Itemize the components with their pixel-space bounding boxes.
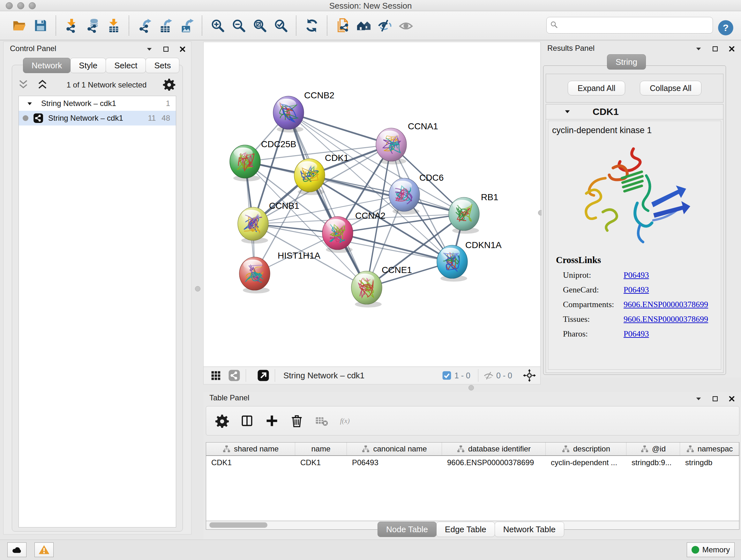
crosslink-label: GeneCard: [563,285,623,295]
network-node-CCNE1[interactable] [351,271,382,307]
network-node-CCNB1[interactable] [238,207,268,244]
column-header-canonical-name[interactable]: canonical name [347,442,442,455]
network-node-RB1[interactable] [449,197,479,234]
eye-crossed-button[interactable] [374,15,395,36]
column-header-shared-name[interactable]: shared name [206,442,295,455]
panel-float-icon[interactable] [162,45,170,53]
panel-float-icon[interactable] [711,395,719,403]
delete-column-icon[interactable] [288,412,306,430]
crosslink-link[interactable]: 9606.ENSP00000378699 [623,314,708,324]
tab-sets[interactable]: Sets [145,58,179,73]
column-label: name [311,444,330,453]
import-database-button[interactable] [82,15,103,36]
tab-node-table[interactable]: Node Table [378,522,436,537]
collapse-all-button[interactable]: Collapse All [640,81,701,96]
network-options-gear-icon[interactable] [163,78,177,92]
network-collection-row[interactable]: String Network – cdk1 1 [19,96,176,111]
network-node-CDK1[interactable] [294,159,325,195]
crosslink-link[interactable]: 9606.ENSP00000378699 [623,300,708,309]
table-toolbar: f(x) [206,406,739,435]
network-node-CCNB2[interactable] [273,96,304,132]
current-network-name: String Network – cdk1 [283,371,442,381]
panel-collapse-icon[interactable] [694,45,703,53]
import-table-button[interactable] [103,15,124,36]
network-node-CDKN1A[interactable] [437,245,468,282]
tab-network[interactable]: Network [23,58,71,73]
column-header-name[interactable]: name [295,442,347,455]
help-button[interactable]: ? [718,19,734,36]
import-network-button[interactable] [61,15,82,36]
open-folder-button[interactable] [9,15,30,36]
network-node-CCNA2[interactable] [322,216,353,253]
export-network-button[interactable] [134,15,155,36]
network-node-CDC25B[interactable] [230,145,260,181]
left-splitter-handle[interactable] [195,286,200,292]
zoom-in-button[interactable] [207,15,228,36]
houses-button[interactable] [353,15,374,36]
main-toolbar: ? [0,11,741,40]
table-options-gear-icon[interactable] [213,412,231,430]
expand-all-networks-icon[interactable] [37,78,51,91]
column-header-@id[interactable]: @id [626,442,680,455]
network-node-HIST1H1A[interactable] [239,257,270,294]
show-columns-icon[interactable] [238,412,256,430]
status-bar: Memory [0,540,741,560]
eye-button[interactable] [395,15,416,36]
network-badge-icon[interactable] [228,369,241,382]
crosslinks-title: CrossLinks [556,255,721,265]
scrollbar-thumb[interactable] [209,522,267,528]
document-share-button[interactable] [332,15,353,36]
panel-close-icon[interactable] [728,45,736,53]
bottom-splitter-handle[interactable] [468,385,474,390]
warnings-button[interactable] [35,543,54,557]
fit-selected-crosshair-icon[interactable] [523,369,536,382]
memory-button[interactable]: Memory [687,543,735,557]
zoom-fit-button[interactable] [249,15,270,36]
tab-select[interactable]: Select [106,58,146,73]
hidden-counts: 0 - 0 [496,371,512,380]
control-panel-title: Control Panel [10,44,56,53]
grid-mode-icon[interactable] [209,369,222,382]
column-header-description[interactable]: description [546,442,626,455]
panel-float-icon[interactable] [711,45,719,53]
panel-collapse-icon[interactable] [145,45,153,53]
column-label: canonical name [373,444,427,453]
export-image-button[interactable] [176,15,197,36]
crosslink-link[interactable]: P06493 [623,285,649,295]
node-card-header[interactable]: CDK1 [546,105,723,119]
export-table-button[interactable] [155,15,176,36]
network-node-CCNA1[interactable] [376,128,407,165]
network-node-CDC6[interactable] [389,178,420,214]
crosslink-link[interactable]: P06493 [623,270,649,280]
control-panel-tabs: NetworkStyleSelectSets [23,58,179,73]
tree-expand-icon[interactable] [26,100,35,107]
cloud-status-button[interactable] [7,543,26,557]
expand-collapse-bar: Expand All Collapse All [546,74,724,103]
zoom-selected-button[interactable] [270,15,291,36]
search-input[interactable] [561,20,710,30]
panel-collapse-icon[interactable] [694,395,703,403]
network-view-canvas[interactable]: CCNB2CCNA1CDC25BCDK1CDC6RB1CCNB1CCNA2CDK… [203,42,541,367]
birdseye-view-icon[interactable] [257,369,270,382]
tab-string[interactable]: String [607,54,646,70]
application-window: Session: New Session ? Control Panel Net… [0,0,741,560]
tab-network-table[interactable]: Network Table [495,522,564,537]
column-header-database-identifier[interactable]: database identifier [442,442,546,455]
crosslink-link[interactable]: P06493 [623,329,649,339]
table-row[interactable]: CDK1CDK1P064939606.ENSP00000378699cyclin… [206,456,739,469]
network-row-selected[interactable]: String Network – cdk1 11 48 [19,111,176,125]
tab-edge-table[interactable]: Edge Table [436,522,495,537]
tab-style[interactable]: Style [70,58,106,73]
column-header-namespac[interactable]: namespac [680,442,739,455]
panel-close-icon[interactable] [179,45,187,53]
card-collapse-icon[interactable] [564,108,573,115]
window-title: Session: New Session [0,1,741,11]
collapse-all-networks-icon[interactable] [17,78,31,91]
zoom-out-button[interactable] [228,15,249,36]
panel-close-icon[interactable] [728,395,736,403]
layout-refresh-button[interactable] [301,15,322,36]
selected-items-checkbox[interactable] [442,370,452,381]
add-column-icon[interactable] [263,412,281,430]
expand-all-button[interactable]: Expand All [568,81,625,96]
save-button[interactable] [30,15,51,36]
